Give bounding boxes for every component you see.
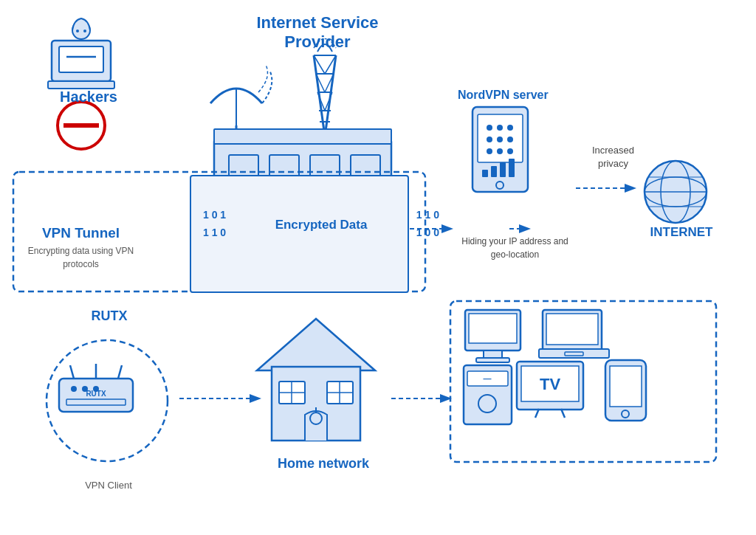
hiding-label: Hiding your IP address and geo-location (454, 235, 576, 261)
svg-rect-85 (565, 352, 583, 356)
privacy-label: Increased privacy (582, 144, 645, 170)
svg-point-47 (507, 148, 513, 154)
svg-point-46 (497, 148, 503, 154)
binary-left-1: 1 0 1 (203, 207, 226, 224)
svg-rect-96 (610, 366, 642, 407)
encrypted-data-label: Encrypted Data (247, 218, 395, 232)
svg-rect-80 (484, 351, 502, 358)
svg-point-39 (487, 125, 492, 131)
vpn-tunnel-subtitle: Encrypting data using VPN protocols (16, 244, 145, 271)
svg-rect-91 (521, 366, 579, 401)
svg-line-13 (325, 74, 334, 92)
svg-line-11 (325, 55, 336, 74)
svg-rect-82 (543, 310, 602, 351)
binary-right-1: 1 1 0 (416, 207, 439, 224)
svg-rect-87 (467, 371, 508, 386)
svg-point-44 (507, 137, 513, 142)
svg-rect-37 (472, 107, 528, 192)
svg-rect-18 (229, 155, 258, 181)
svg-point-43 (497, 137, 503, 142)
svg-text:—: — (484, 374, 492, 383)
svg-point-34 (83, 30, 86, 32)
svg-rect-17 (214, 129, 391, 144)
internet-label: INTERNET (641, 225, 722, 240)
encrypted-section: 1 0 1 1 1 0 Encrypted Data 1 1 0 1 0 0 (247, 188, 395, 232)
svg-point-53 (645, 161, 707, 223)
svg-rect-21 (351, 155, 380, 181)
hackers-section: Hackers (44, 89, 133, 106)
svg-rect-19 (269, 155, 299, 181)
svg-rect-38 (478, 114, 523, 162)
svg-point-41 (507, 125, 513, 131)
svg-point-40 (497, 125, 503, 131)
svg-rect-66 (66, 399, 126, 405)
svg-line-62 (118, 365, 122, 379)
svg-rect-48 (482, 170, 488, 177)
svg-line-12 (316, 74, 325, 92)
svg-point-54 (645, 177, 707, 207)
svg-point-45 (487, 148, 492, 154)
vpn-tunnel-section: VPN Tunnel Encrypting data using VPN pro… (16, 225, 145, 271)
svg-point-42 (487, 137, 492, 142)
svg-point-35 (58, 102, 105, 149)
svg-rect-31 (48, 81, 114, 89)
svg-point-104 (47, 340, 168, 461)
svg-rect-20 (310, 155, 340, 181)
diagram-container: RUTX (0, 0, 756, 535)
svg-line-93 (535, 409, 539, 418)
svg-line-10 (314, 55, 325, 74)
nordvpn-label: NordVPN server (458, 89, 549, 102)
binary-left-2: 1 1 0 (203, 224, 226, 242)
svg-line-15 (325, 92, 332, 111)
svg-line-60 (70, 365, 74, 379)
svg-rect-28 (52, 41, 111, 81)
svg-point-52 (496, 182, 504, 189)
svg-rect-95 (605, 360, 646, 421)
svg-line-14 (317, 92, 325, 111)
svg-rect-86 (464, 365, 512, 424)
svg-point-97 (622, 410, 629, 418)
svg-rect-105 (450, 301, 716, 462)
vpn-client-label: VPN Client (53, 480, 164, 491)
svg-rect-69 (272, 367, 360, 441)
svg-rect-90 (517, 362, 583, 410)
svg-rect-81 (476, 358, 509, 362)
svg-point-63 (71, 386, 77, 392)
svg-point-64 (82, 386, 88, 392)
svg-point-32 (72, 21, 90, 39)
svg-rect-49 (491, 166, 497, 177)
hackers-label: Hackers (44, 89, 133, 106)
home-label: Home network (264, 456, 382, 472)
vpn-tunnel-title: VPN Tunnel (16, 225, 145, 241)
isp-label: Internet Service Provider (221, 13, 413, 52)
svg-point-76 (310, 413, 322, 424)
svg-point-33 (76, 30, 79, 32)
svg-rect-83 (546, 314, 598, 345)
svg-rect-70 (279, 382, 305, 404)
svg-rect-79 (469, 314, 517, 343)
svg-rect-78 (465, 310, 520, 351)
svg-line-94 (561, 409, 565, 418)
svg-line-4 (325, 55, 336, 137)
svg-line-3 (314, 55, 325, 137)
svg-rect-50 (500, 162, 506, 177)
rutx-label: RUTX (65, 308, 154, 324)
svg-rect-51 (509, 159, 515, 177)
svg-marker-68 (257, 319, 375, 370)
svg-point-65 (93, 386, 99, 392)
svg-point-55 (661, 161, 690, 223)
svg-point-89 (478, 395, 496, 413)
svg-text:TV: TV (540, 375, 560, 393)
binary-right-2: 1 0 0 (416, 224, 439, 242)
svg-rect-29 (59, 46, 103, 72)
svg-rect-59 (59, 379, 133, 412)
svg-text:RUTX: RUTX (86, 390, 106, 398)
svg-rect-27 (284, 232, 321, 251)
svg-rect-84 (539, 349, 609, 358)
svg-rect-73 (327, 382, 353, 404)
